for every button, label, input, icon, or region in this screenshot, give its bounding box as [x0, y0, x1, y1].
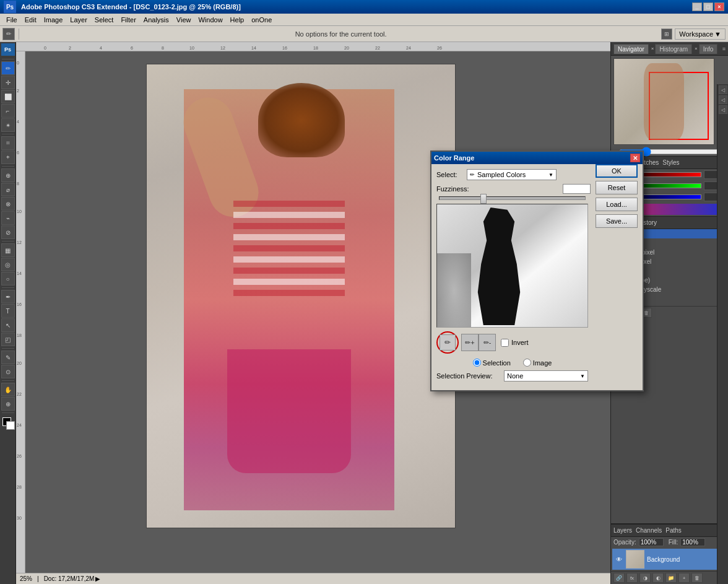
panel-toggle-btn[interactable]: ◁ — [719, 85, 727, 94]
nav-arrow[interactable]: ▶ — [95, 575, 100, 582]
menu-onone[interactable]: onOne — [248, 15, 275, 25]
tool-notes[interactable]: ✎ — [1, 351, 15, 364]
eyedropper-add-btn[interactable]: ✏+ — [461, 334, 479, 351]
background-color[interactable] — [6, 421, 15, 430]
tool-pen[interactable]: ✒ — [1, 290, 15, 303]
close-button[interactable]: × — [714, 2, 724, 11]
toolbar-separator — [19, 28, 19, 40]
panel-menu-btn[interactable]: ≡ — [722, 46, 726, 52]
tool-heal[interactable]: ⊕ — [1, 168, 15, 182]
tab-paths[interactable]: Paths — [665, 527, 682, 534]
tool-eyedropper[interactable]: ✏ — [1, 61, 15, 75]
layer-adj-btn[interactable]: ◐ — [652, 573, 664, 583]
tool-blur[interactable]: ◎ — [1, 258, 15, 271]
tab-layers[interactable]: Layers — [613, 527, 632, 534]
minimize-button[interactable]: _ — [692, 2, 702, 11]
navigator-panel: Navigator × Histogram × Info ≡ − + — [611, 42, 728, 157]
tool-gradient[interactable]: ▦ — [1, 243, 15, 257]
doc-size-area: Doc: 17,2M/17,2M ▶ — [44, 575, 101, 582]
tab-info[interactable]: Info — [699, 44, 718, 54]
image-radio-label: Image — [533, 359, 552, 367]
styles-tab[interactable]: Styles — [662, 159, 679, 166]
tab-navigator[interactable]: Navigator — [613, 44, 649, 54]
nav-figure — [644, 63, 683, 140]
tool-dodge[interactable]: ○ — [1, 272, 15, 285]
layer-new-btn[interactable]: + — [678, 573, 690, 583]
preview-light-area — [437, 253, 471, 327]
tool-magic-wand[interactable]: ✴ — [1, 118, 15, 132]
zoom-level: 25% — [20, 575, 32, 582]
eyedropper-subtract-btn[interactable]: ✏- — [479, 334, 496, 351]
layer-fx-btn[interactable]: fx — [626, 573, 638, 583]
panel-toggle-btn-2[interactable]: ◁ — [719, 95, 727, 104]
menu-analysis[interactable]: Analysis — [140, 15, 173, 25]
navigator-preview[interactable] — [613, 58, 714, 145]
menu-filter[interactable]: Filter — [117, 15, 139, 25]
layer-group-btn[interactable]: 📁 — [665, 573, 677, 583]
menu-help[interactable]: Help — [227, 15, 248, 25]
tool-brush[interactable]: ⌀ — [1, 183, 15, 196]
menu-window[interactable]: Window — [194, 15, 226, 25]
image-radio[interactable] — [523, 359, 531, 367]
menu-file[interactable]: File — [2, 15, 21, 25]
menu-select[interactable]: Select — [91, 15, 118, 25]
tool-text[interactable]: T — [1, 304, 15, 318]
opacity-input[interactable] — [639, 538, 664, 546]
tool-separator-2 — [2, 134, 14, 134]
select-arrow: ▼ — [548, 172, 553, 178]
load-button[interactable]: Load... — [596, 198, 638, 211]
panel-toggle-btn-3[interactable]: ◁ — [719, 105, 727, 114]
layer-row-background[interactable]: 👁 Background 🔒 — [612, 549, 727, 570]
menu-image[interactable]: Image — [40, 15, 67, 25]
tab-histogram[interactable]: Histogram — [655, 44, 692, 54]
fuzziness-slider-thumb[interactable] — [480, 194, 487, 204]
tool-eraser[interactable]: ⊘ — [1, 225, 15, 239]
eyedropper-tools-row: ✏ ✏+ ✏- Invert — [436, 331, 638, 354]
workspace-button[interactable]: Workspace ▼ — [675, 28, 726, 40]
menu-layer[interactable]: Layer — [66, 15, 91, 25]
tool-zoom[interactable]: ⊕ — [1, 397, 15, 411]
tool-stamp[interactable]: ⊗ — [1, 197, 15, 211]
save-button[interactable]: Save... — [596, 214, 638, 228]
tool-path-select[interactable]: ↖ — [1, 318, 15, 332]
layer-trash-btn[interactable]: 🗑 — [691, 573, 703, 583]
layer-mask-btn[interactable]: ◑ — [639, 573, 651, 583]
reset-button[interactable]: Reset — [596, 181, 638, 194]
tab-channels[interactable]: Channels — [636, 527, 662, 534]
tool-history-brush[interactable]: ⌁ — [1, 211, 15, 225]
dialog-title-bar[interactable]: Color Range ✕ — [431, 152, 643, 164]
tool-shape[interactable]: ◰ — [1, 333, 15, 346]
layers-panel-header: Layers Channels Paths ≡ — [611, 525, 728, 537]
selection-radio[interactable] — [473, 359, 481, 367]
tool-hand[interactable]: ✋ — [1, 383, 15, 396]
maximize-button[interactable]: □ — [703, 2, 713, 11]
layers-panel: Layers Channels Paths ≡ Opacity: Fill: 👁… — [611, 524, 728, 584]
tool-eyedropper-color[interactable]: ⊙ — [1, 365, 15, 378]
invert-checkbox[interactable] — [501, 339, 509, 347]
select-label: Select: — [436, 171, 464, 178]
tool-crop[interactable]: ⌗ — [1, 136, 15, 150]
title-bar: Ps Adobe Photoshop CS3 Extended - [DSC_0… — [0, 0, 728, 14]
image-radio-option: Image — [523, 359, 552, 367]
ok-button[interactable]: OK — [596, 164, 638, 178]
fuzziness-slider-track[interactable] — [439, 196, 586, 200]
fuzziness-input[interactable]: 40 — [563, 184, 591, 194]
invert-label: Invert — [511, 339, 529, 346]
workspace-arrow: ▼ — [714, 30, 721, 38]
tool-lasso[interactable]: ⌐ — [1, 104, 15, 118]
fill-input[interactable] — [680, 538, 705, 546]
layer-visibility-eye[interactable]: 👁 — [615, 555, 623, 564]
tool-slice[interactable]: ⌖ — [1, 150, 15, 164]
sel-preview-dropdown[interactable]: None ▼ — [504, 370, 588, 381]
dialog-close-button[interactable]: ✕ — [630, 154, 640, 162]
layer-link-btn[interactable]: 🔗 — [613, 573, 625, 583]
menu-view[interactable]: View — [173, 15, 195, 25]
ruler-vertical: 0 2 4 6 8 10 12 14 16 18 20 22 24 26 28 … — [16, 51, 25, 573]
tool-marquee[interactable]: ⬜ — [1, 90, 15, 103]
eyedropper-sample-btn[interactable]: ✏ — [440, 334, 456, 351]
select-dropdown[interactable]: ✏ Sampled Colors ▼ — [467, 169, 557, 180]
photo-canvas — [146, 64, 456, 528]
menu-edit[interactable]: Edit — [21, 15, 40, 25]
tool-move[interactable]: ✛ — [1, 76, 15, 89]
figure-body — [233, 201, 345, 362]
